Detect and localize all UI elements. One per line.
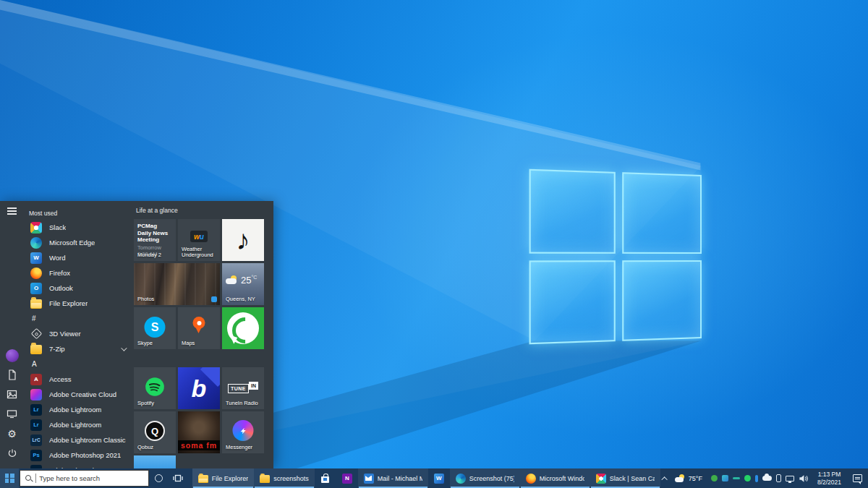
your-phone-icon[interactable] [776, 474, 781, 482]
cortana-button[interactable] [149, 468, 169, 488]
taskbar-button-word[interactable]: W [428, 468, 450, 488]
tile-calendar[interactable]: PCMag Daily News Meeting Tomorrow 9:00 A… [134, 219, 176, 261]
settings-button[interactable]: ⚙ [4, 424, 21, 443]
app-item-label: Adobe Lightroom [49, 421, 101, 429]
app-item-outlook[interactable]: OOutlook [24, 281, 134, 296]
app-item-adobe-lightroom[interactable]: LrAdobe Lightroom [24, 402, 134, 417]
hamburger-menu-icon[interactable] [7, 207, 17, 215]
bandcamp-icon: b [192, 376, 207, 401]
desktop: ⚙ Most used SlackMicrosoft EdgeWWordFire… [0, 0, 868, 488]
section-header-item[interactable]: # [24, 311, 134, 326]
task-view-button[interactable] [169, 468, 188, 488]
app-item-7-zip[interactable]: 7-Zip [24, 341, 134, 356]
volume-icon[interactable] [799, 474, 808, 483]
taskbar-button-onenote[interactable]: N [336, 468, 358, 488]
user-account-button[interactable] [4, 346, 21, 365]
taskbar-button-microsoft-store[interactable] [315, 468, 336, 488]
ps-icon: Ps [30, 450, 42, 461]
app-item-word[interactable]: WWord [24, 250, 134, 265]
tray-green-app-icon[interactable] [711, 475, 718, 481]
app-item-label: Access [49, 375, 72, 383]
taskbar-button-microsoft-window[interactable]: Microsoft Window... [520, 468, 590, 488]
start-menu-app-list: Most used SlackMicrosoft EdgeWWordFirefo… [24, 201, 134, 468]
display-tray-icon[interactable] [786, 476, 794, 481]
app-item-label: Adobe Lightroom Classic [49, 436, 126, 444]
taskbar-button-screenshot-75-pn[interactable]: Screenshot (75).pn... [450, 468, 520, 488]
tile-skype[interactable]: S Skype [134, 307, 176, 349]
app-item-adobe-creative-cloud[interactable]: Adobe Creative Cloud [24, 387, 134, 402]
taskbar-button-mail-michael-ma[interactable]: Mail - Michael Ma... [358, 468, 428, 488]
fe-icon [198, 475, 208, 483]
start-button[interactable] [0, 468, 19, 488]
tile-spotify[interactable]: Spotify [134, 367, 176, 409]
tile-weather-underground[interactable]: wu Weather Underground [178, 219, 220, 261]
taskbar-button-label: Microsoft Window... [540, 475, 584, 482]
app-item-microsoft-edge[interactable]: Microsoft Edge [24, 235, 134, 250]
tray-app-icon[interactable] [733, 477, 740, 480]
tile-photos[interactable]: Photos [134, 263, 220, 305]
documents-button[interactable] [4, 365, 21, 385]
tile-label: Skype [137, 341, 153, 347]
firefox-icon [30, 267, 42, 279]
tile-weather[interactable]: 25°C Queens, NY [222, 263, 264, 305]
app-item-firefox[interactable]: Firefox [24, 265, 134, 281]
app-item-label: Firefox [49, 269, 70, 277]
outlook-icon: O [30, 283, 42, 294]
taskbar: File ExplorerscreenshotsNMail - Michael … [0, 468, 868, 488]
slack-icon [30, 222, 42, 234]
bluetooth-tray-icon[interactable] [755, 475, 758, 482]
gear-icon: ⚙ [7, 429, 17, 439]
app-item-slack[interactable]: Slack [24, 220, 134, 235]
task-view-icon [173, 474, 183, 483]
windows-logo-pane [622, 172, 702, 253]
tile-maps[interactable]: Maps [178, 307, 220, 349]
slack-icon [596, 474, 606, 484]
tile-somafm[interactable]: soma fm [178, 411, 220, 453]
skype-icon: S [145, 317, 166, 338]
tile-bandcamp[interactable]: b [178, 367, 220, 409]
onedrive-icon[interactable] [762, 476, 772, 481]
app-item-3d-viewer[interactable]: 3D Viewer [24, 326, 134, 341]
search-input[interactable] [39, 474, 143, 482]
system-tray: 75°F 1:13 PM 8/2/2021 [660, 468, 868, 488]
app-item-adobe-photoshop-2021[interactable]: PsAdobe Photoshop 2021 [24, 448, 134, 463]
windows-start-icon [5, 474, 14, 483]
tray-app-icon[interactable] [722, 475, 728, 481]
tile-tunein-radio[interactable]: TUNEIN TuneIn Radio [222, 367, 264, 409]
power-button[interactable] [4, 443, 21, 463]
action-center-icon [853, 474, 862, 482]
app-item-adobe-lightroom[interactable]: LrAdobe Lightroom [24, 417, 134, 432]
taskbar-clock[interactable]: 1:13 PM 8/2/2021 [812, 471, 846, 486]
app-item-label: 3D Viewer [49, 330, 81, 338]
action-center-button[interactable] [846, 468, 868, 488]
taskbar-button-screenshots[interactable]: screenshots [254, 468, 315, 488]
taskbar-button-file-explorer[interactable]: File Explorer [192, 468, 255, 488]
tray-weather-widget[interactable]: 75°F [671, 474, 707, 482]
start-menu: ⚙ Most used SlackMicrosoft EdgeWWordFire… [0, 201, 273, 468]
section-header-a[interactable]: A [24, 356, 134, 372]
tile-music[interactable]: ♪ [222, 219, 264, 261]
app-item-access[interactable]: AAccess [24, 372, 134, 387]
tile-partial[interactable] [134, 455, 176, 468]
app-item-adobe-lightroom-classic[interactable]: LrCAdobe Lightroom Classic [24, 432, 134, 448]
calendar-event-title: PCMag Daily News Meeting [137, 223, 172, 244]
taskbar-search[interactable] [20, 470, 148, 487]
whatsapp-tray-icon[interactable] [744, 475, 751, 481]
store-icon [320, 474, 331, 484]
show-hidden-icons-button[interactable] [660, 468, 671, 488]
section-letter: A [32, 360, 37, 368]
taskbar-button-label: screenshots [273, 475, 309, 482]
document-icon [7, 369, 17, 380]
app-item-adobe-photoshop-express[interactable]: PxAdobe Photoshop Express [24, 463, 134, 468]
tray-temperature: 75°F [689, 475, 702, 482]
taskbar-button-slack-sean-carrol[interactable]: Slack | Sean Carrol... [590, 468, 660, 488]
pc-button[interactable] [4, 404, 21, 424]
pictures-button[interactable] [4, 385, 21, 404]
taskbar-button-label: File Explorer [212, 475, 249, 482]
lrc-icon: LrC [30, 435, 42, 446]
app-item-file-explorer[interactable]: File Explorer [24, 296, 134, 311]
tile-whatsapp[interactable] [222, 307, 264, 349]
tile-qobuz[interactable]: Q Qobuz [134, 411, 176, 453]
tile-messenger[interactable]: Messenger [222, 411, 264, 453]
tile-group-header[interactable]: Life at a glance [136, 207, 178, 214]
